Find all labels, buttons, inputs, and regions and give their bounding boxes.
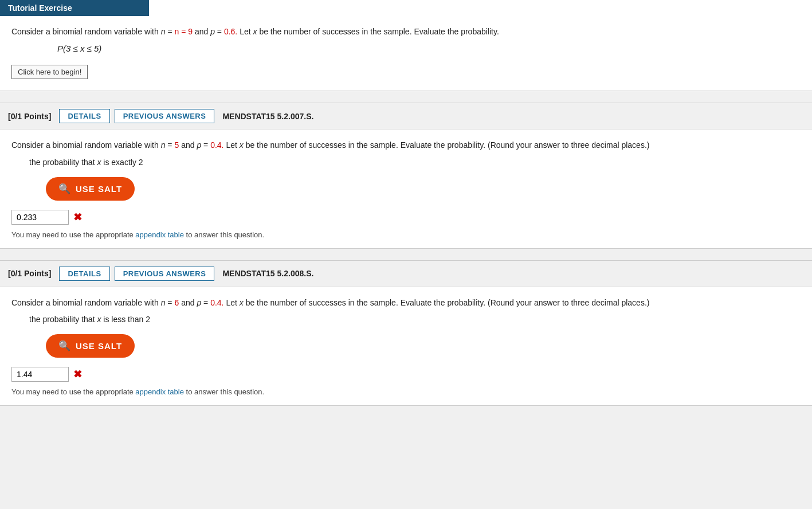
use-salt-button-1[interactable]: 🔍 USE SALT (46, 177, 135, 201)
q2-p: 0.4. (210, 298, 223, 307)
answer-row-2: ✖ (11, 367, 801, 382)
previous-answers-button-1[interactable]: PREVIOUS ANSWERS (115, 109, 215, 123)
wrong-icon-1: ✖ (73, 211, 82, 224)
q1-prob-description: the probability that x is exactly 2 (11, 158, 801, 167)
use-salt-label-1: USE SALT (76, 184, 122, 194)
tutorial-body: Consider a binomial random variable with… (0, 25, 812, 79)
salt-icon-2: 🔍 (58, 340, 71, 352)
q2-appendix-link[interactable]: appendix table (135, 387, 184, 396)
details-button-1[interactable]: DETAILS (59, 109, 109, 123)
q2-and: and (181, 298, 197, 307)
q2-n: n = 6 (161, 298, 179, 307)
previous-answers-button-2[interactable]: PREVIOUS ANSWERS (115, 267, 215, 281)
q2-prob-description: the probability that x is less than 2 (11, 315, 801, 324)
q1-and: and (181, 140, 197, 150)
points-label-1: [0/1 Points] (8, 112, 51, 121)
salt-icon-1: 🔍 (58, 183, 71, 195)
q1-appendix-post: to answer this question. (186, 230, 265, 239)
q1-p: 0.4. (210, 140, 223, 150)
tutorial-section: Tutorial Exercise Consider a binomial ra… (0, 0, 812, 91)
q1-problem-text: Consider a binomial random variable with… (11, 139, 801, 151)
points-label-2: [0/1 Points] (8, 269, 51, 278)
q2-appendix-pre: You may need to use the appropriate (11, 387, 134, 396)
wrong-icon-2: ✖ (73, 368, 82, 381)
q1-text-pre: Consider a binomial random variable with (11, 140, 159, 150)
use-salt-label-2: USE SALT (76, 341, 122, 351)
q1-appendix-note: You may need to use the appropriate appe… (11, 230, 801, 239)
tutorial-text-pre: Consider a binomial random variable with (11, 27, 159, 36)
q2-appendix-post: to answer this question. (186, 387, 265, 396)
tutorial-text-post: Let x be the number of successes in the … (240, 27, 499, 36)
question-section-2: [0/1 Points] DETAILS PREVIOUS ANSWERS ME… (0, 260, 812, 406)
question-header-2: [0/1 Points] DETAILS PREVIOUS ANSWERS ME… (0, 261, 812, 287)
tutorial-header: Tutorial Exercise (0, 0, 149, 16)
answer-row-1: ✖ (11, 210, 801, 225)
question-header-1: [0/1 Points] DETAILS PREVIOUS ANSWERS ME… (0, 103, 812, 130)
tutorial-problem-text: Consider a binomial random variable with… (11, 25, 801, 38)
q1-appendix-link[interactable]: appendix table (135, 230, 184, 239)
q1-n: n = 5 (161, 140, 179, 150)
q1-text-post: Let x be the number of successes in the … (226, 140, 649, 150)
q2-text-post: Let x be the number of successes in the … (226, 298, 649, 307)
tutorial-math-display: P(3 ≤ x ≤ 5) (57, 44, 801, 53)
tutorial-p-val: 0.6. (224, 27, 237, 36)
q2-problem-text: Consider a binomial random variable with… (11, 296, 801, 309)
click-begin-button[interactable]: Click here to begin! (11, 65, 88, 79)
tutorial-and: and (195, 27, 210, 36)
q1-appendix-pre: You may need to use the appropriate (11, 230, 134, 239)
question-section-1: [0/1 Points] DETAILS PREVIOUS ANSWERS ME… (0, 103, 812, 248)
answer-input-1[interactable] (11, 210, 69, 225)
details-button-2[interactable]: DETAILS (59, 267, 109, 281)
question-body-2: Consider a binomial random variable with… (0, 287, 812, 405)
q2-appendix-note: You may need to use the appropriate appe… (11, 387, 801, 396)
page-wrapper: Tutorial Exercise Consider a binomial ra… (0, 0, 812, 406)
use-salt-button-2[interactable]: 🔍 USE SALT (46, 334, 135, 358)
problem-id-1: MENDSTAT15 5.2.007.S. (222, 112, 313, 121)
q2-text-pre: Consider a binomial random variable with (11, 298, 159, 307)
tutorial-n-val: n = n = 9 (161, 27, 193, 36)
problem-id-2: MENDSTAT15 5.2.008.S. (222, 269, 313, 278)
question-body-1: Consider a binomial random variable with… (0, 130, 812, 248)
answer-input-2[interactable] (11, 367, 69, 382)
